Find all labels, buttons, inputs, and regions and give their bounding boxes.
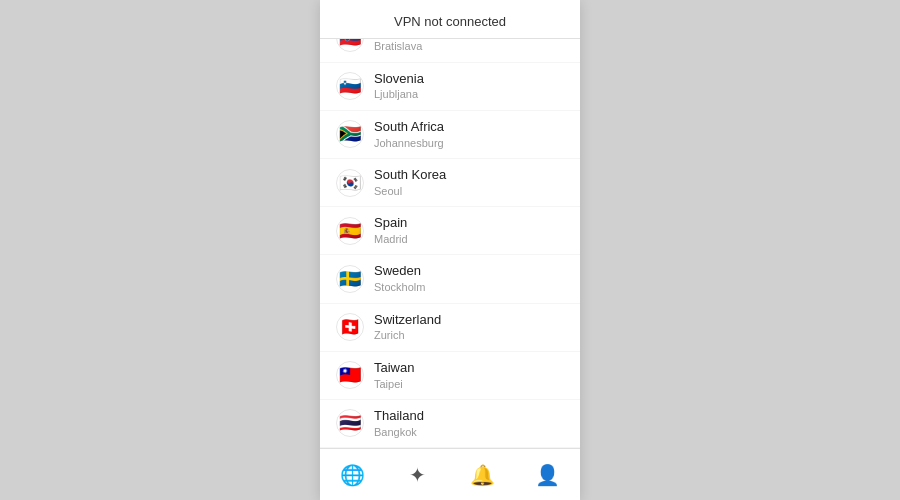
list-item[interactable]: 🇰🇷 South Korea Seoul: [320, 159, 580, 207]
list-item[interactable]: 🇿🇦 South Africa Johannesburg: [320, 111, 580, 159]
country-info: Sweden Stockholm: [374, 263, 425, 294]
country-name: Spain: [374, 215, 408, 232]
city-name: Zurich: [374, 328, 441, 342]
city-name: Stockholm: [374, 280, 425, 294]
list-item[interactable]: 🇨🇭 Switzerland Zurich: [320, 304, 580, 352]
country-name: South Africa: [374, 119, 444, 136]
profile-icon: 👤: [535, 463, 560, 487]
country-list: 🇷🇸 Serbia Belgrade 🇸🇬 Singapore Singapor…: [320, 39, 580, 448]
list-item[interactable]: 🇸🇪 Sweden Stockholm: [320, 255, 580, 303]
city-name: Madrid: [374, 232, 408, 246]
bottom-nav: 🌐 ✦ 🔔 👤: [320, 448, 580, 500]
nav-connect[interactable]: ✦: [400, 457, 436, 493]
flag-spain: 🇪🇸: [336, 217, 364, 245]
city-name: Bangkok: [374, 425, 424, 439]
country-name: Switzerland: [374, 312, 441, 329]
nav-globe[interactable]: 🌐: [335, 457, 371, 493]
country-info: South Africa Johannesburg: [374, 119, 444, 150]
flag-taiwan: 🇹🇼: [336, 361, 364, 389]
flag-switzerland: 🇨🇭: [336, 313, 364, 341]
list-item[interactable]: 🇸🇮 Slovenia Ljubljana: [320, 63, 580, 111]
country-name: South Korea: [374, 167, 446, 184]
country-info: Slovakia Bratislava: [374, 39, 423, 54]
city-name: Ljubljana: [374, 87, 424, 101]
list-item[interactable]: 🇸🇰 Slovakia Bratislava: [320, 39, 580, 63]
list-item[interactable]: 🇹🇼 Taiwan Taipei: [320, 352, 580, 400]
header: VPN not connected: [320, 0, 580, 39]
city-name: Johannesburg: [374, 136, 444, 150]
nav-bell[interactable]: 🔔: [465, 457, 501, 493]
flag-south-korea: 🇰🇷: [336, 169, 364, 197]
flag-slovenia: 🇸🇮: [336, 72, 364, 100]
country-info: Thailand Bangkok: [374, 408, 424, 439]
globe-icon: 🌐: [340, 463, 365, 487]
flag-sweden: 🇸🇪: [336, 265, 364, 293]
flag-slovakia: 🇸🇰: [336, 39, 364, 52]
country-info: Switzerland Zurich: [374, 312, 441, 343]
header-title: VPN not connected: [394, 14, 506, 29]
country-info: South Korea Seoul: [374, 167, 446, 198]
bell-icon: 🔔: [470, 463, 495, 487]
nav-profile[interactable]: 👤: [530, 457, 566, 493]
country-name: Sweden: [374, 263, 425, 280]
country-info: Taiwan Taipei: [374, 360, 414, 391]
connect-icon: ✦: [409, 463, 426, 487]
country-name: Taiwan: [374, 360, 414, 377]
app-container: VPN not connected 🇷🇸 Serbia Belgrade 🇸🇬 …: [320, 0, 580, 500]
list-item[interactable]: 🇪🇸 Spain Madrid: [320, 207, 580, 255]
flag-south-africa: 🇿🇦: [336, 120, 364, 148]
country-info: Spain Madrid: [374, 215, 408, 246]
flag-thailand: 🇹🇭: [336, 409, 364, 437]
country-name: Thailand: [374, 408, 424, 425]
city-name: Bratislava: [374, 39, 423, 53]
country-info: Slovenia Ljubljana: [374, 71, 424, 102]
country-name: Slovenia: [374, 71, 424, 88]
city-name: Taipei: [374, 377, 414, 391]
list-item[interactable]: 🇹🇭 Thailand Bangkok: [320, 400, 580, 448]
city-name: Seoul: [374, 184, 446, 198]
